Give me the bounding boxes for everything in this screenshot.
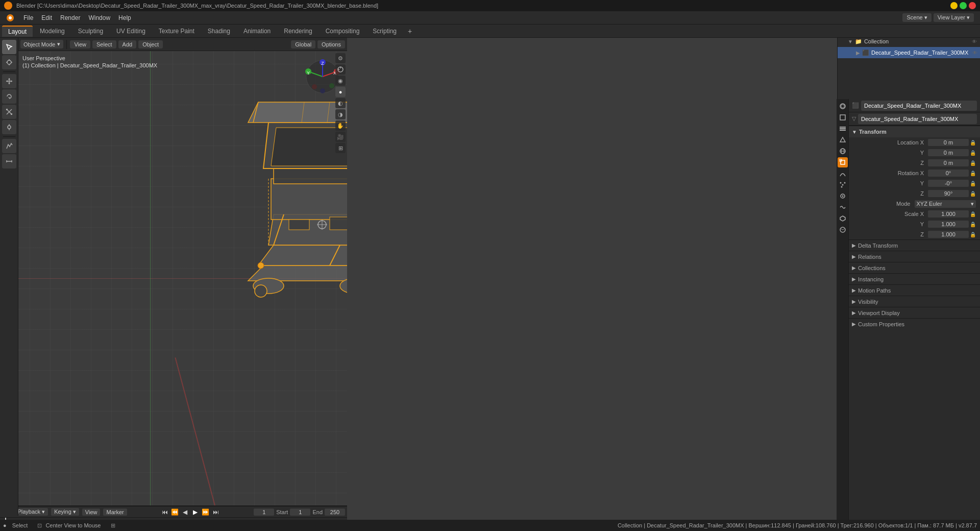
prop-material-icon[interactable]	[838, 225, 848, 235]
end-frame-input[interactable]: 250	[325, 509, 345, 516]
mesh-name-field[interactable]: Decatur_Speed_Radar_Trailer_300MX	[858, 114, 977, 124]
viewport-shading-solid[interactable]: ●	[335, 87, 346, 97]
add-workspace-button[interactable]: +	[404, 26, 416, 37]
move-tool-button[interactable]	[2, 74, 16, 88]
next-keyframe-btn[interactable]: ⏩	[201, 508, 210, 517]
viewport-shading-material[interactable]: ◐	[335, 98, 346, 108]
rotate-tool-button[interactable]	[2, 89, 16, 104]
maximize-button[interactable]	[960, 2, 967, 9]
scale-z-lock[interactable]: 🔒	[970, 232, 976, 237]
rotation-y-lock[interactable]: 🔒	[970, 181, 976, 186]
viewport-lock-btn[interactable]: ⊞	[335, 143, 346, 153]
scale-tool-button[interactable]	[2, 105, 16, 119]
scale-x-value[interactable]: 1.000	[928, 210, 969, 218]
rotation-x-value[interactable]: 0°	[928, 170, 969, 177]
viewport-shading-rendered[interactable]: ◑	[335, 109, 346, 119]
prop-physics-icon[interactable]	[838, 191, 848, 201]
rotation-mode-dropdown[interactable]: XYZ Euler▾	[915, 200, 976, 208]
menu-blender[interactable]	[2, 13, 19, 23]
custom-properties-section[interactable]: ▶ Custom Properties	[849, 318, 980, 329]
collection-eye[interactable]: 👁	[972, 39, 977, 44]
viewport-options-btn[interactable]: ⚙	[335, 53, 346, 63]
scale-y-lock[interactable]: 🔒	[970, 222, 976, 227]
tab-rendering[interactable]: Rendering	[278, 26, 318, 36]
transform-tool-button[interactable]	[2, 120, 16, 134]
menu-window[interactable]: Window	[84, 13, 114, 22]
scale-x-lock[interactable]: 🔒	[970, 211, 976, 217]
scale-y-value[interactable]: 1.000	[928, 221, 969, 228]
playback-dropdown[interactable]: Playback ▾	[14, 508, 48, 516]
select-tool-button[interactable]	[2, 40, 16, 54]
location-y-value[interactable]: 0 m	[928, 149, 969, 156]
options-btn[interactable]: Options	[317, 40, 345, 49]
prop-view-layer-icon[interactable]	[838, 124, 848, 134]
viewport-pan-btn[interactable]: ✋	[335, 120, 346, 131]
motion-paths-section[interactable]: ▶ Motion Paths	[849, 284, 980, 296]
annotate-tool-button[interactable]	[2, 139, 16, 153]
scale-z-value[interactable]: 1.000	[928, 231, 969, 238]
viewport-gizmo-btn[interactable]	[335, 64, 346, 75]
prop-world-icon[interactable]	[838, 146, 848, 156]
play-reverse-btn[interactable]: ◀	[181, 508, 190, 517]
prop-object-icon[interactable]	[838, 157, 848, 167]
tab-layout[interactable]: Layout	[2, 26, 33, 37]
prop-output-icon[interactable]	[838, 112, 848, 123]
menu-edit[interactable]: Edit	[37, 13, 56, 22]
object-mode-dropdown[interactable]: Object Mode ▾	[20, 40, 63, 49]
viewport-display-section[interactable]: ▶ Viewport Display	[849, 307, 980, 318]
menu-render[interactable]: Render	[56, 13, 84, 22]
prop-particles-icon[interactable]	[838, 180, 848, 190]
prop-scene-icon[interactable]	[838, 135, 848, 145]
tab-compositing[interactable]: Compositing	[320, 26, 366, 36]
prop-modifier-icon[interactable]	[838, 168, 848, 179]
transform-section-header[interactable]: ▼ Transform	[849, 126, 980, 137]
add-menu[interactable]: Add	[118, 40, 137, 49]
prop-render-icon[interactable]	[838, 101, 848, 111]
close-button[interactable]	[969, 2, 976, 9]
location-z-lock[interactable]: 🔒	[970, 160, 976, 166]
prev-keyframe-btn[interactable]: ⏪	[170, 508, 180, 517]
view-menu[interactable]: View	[70, 40, 90, 49]
rotation-y-value[interactable]: -0°	[928, 180, 969, 187]
location-y-lock[interactable]: 🔒	[970, 150, 976, 156]
scene-dropdown[interactable]: Scene ▾	[902, 13, 931, 22]
tab-scripting[interactable]: Scripting	[366, 26, 403, 36]
rotation-z-value[interactable]: 90°	[928, 190, 969, 197]
tab-texture-paint[interactable]: Texture Paint	[153, 26, 201, 36]
transform-global[interactable]: Global	[291, 40, 315, 49]
location-z-value[interactable]: 0 m	[928, 159, 969, 166]
visibility-section[interactable]: ▶ Visibility	[849, 296, 980, 307]
cursor-tool-button[interactable]	[2, 55, 16, 69]
marker-dropdown[interactable]: Marker	[103, 509, 127, 516]
object-eye[interactable]: 👁	[972, 50, 977, 56]
menu-help[interactable]: Help	[114, 13, 135, 22]
3d-viewport[interactable]: User Perspective (1) Collection | Decatu…	[18, 51, 347, 505]
view-dropdown[interactable]: View	[82, 509, 101, 516]
prop-data-icon[interactable]	[838, 213, 848, 224]
tab-modeling[interactable]: Modeling	[34, 26, 71, 36]
measure-tool-button[interactable]	[2, 154, 16, 168]
prop-constraints-icon[interactable]	[838, 202, 848, 212]
tab-sculpting[interactable]: Sculpting	[72, 26, 109, 36]
outliner-object-selected[interactable]: ▶ ⬛ Decatur_Speed_Radar_Trailer_300MX 👁 …	[838, 47, 980, 58]
jump-end-btn[interactable]: ⏭	[211, 508, 220, 517]
tab-uv-editing[interactable]: UV Editing	[110, 26, 152, 36]
collections-section[interactable]: ▶ Collections	[849, 262, 980, 273]
minimize-button[interactable]	[950, 2, 958, 9]
relations-section[interactable]: ▶ Relations	[849, 251, 980, 262]
current-frame-input[interactable]: 1	[254, 509, 274, 516]
view-layer-dropdown[interactable]: View Layer ▾	[934, 13, 974, 22]
properties-content[interactable]: ⬛ Decatur_Speed_Radar_Trailer_300MX ▽ De…	[849, 101, 980, 531]
start-frame-input[interactable]: 1	[290, 509, 310, 516]
viewport-overlay-btn[interactable]: ◉	[335, 76, 346, 86]
select-menu[interactable]: Select	[92, 40, 116, 49]
instancing-section[interactable]: ▶ Instancing	[849, 273, 980, 284]
tab-animation[interactable]: Animation	[237, 26, 277, 36]
menu-file[interactable]: File	[19, 13, 37, 22]
location-x-lock[interactable]: 🔒	[970, 140, 976, 146]
play-btn[interactable]: ▶	[191, 508, 200, 517]
location-x-value[interactable]: 0 m	[928, 139, 969, 146]
viewport-camera-btn[interactable]: 🎥	[335, 132, 346, 142]
tab-shading[interactable]: Shading	[202, 26, 236, 36]
rotation-x-lock[interactable]: 🔒	[970, 171, 976, 176]
